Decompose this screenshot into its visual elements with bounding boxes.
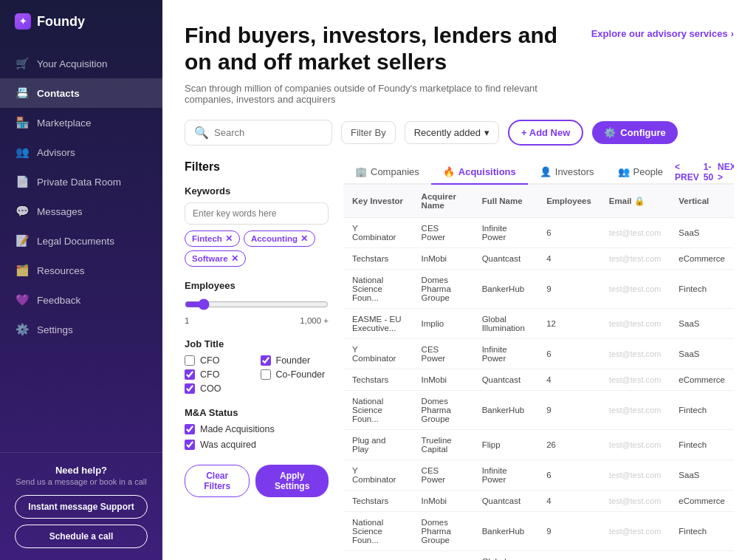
cell-employees: 9 (537, 391, 600, 430)
cell-key-investor: National Science Foun... (343, 512, 413, 551)
table-area: 🏢 Companies 🔥 Acquisitions 👤 Investors 👥… (343, 160, 734, 560)
sidebar-item-settings[interactable]: ⚙️ Settings (0, 315, 162, 344)
chevron-down-icon: ▾ (484, 127, 489, 138)
cell-employees: 47 (537, 551, 600, 561)
was-acquired-option[interactable]: Was acquired (185, 440, 329, 450)
instant-message-button[interactable]: Instant message Support (15, 495, 148, 519)
made-acquisitions-checkbox[interactable] (185, 424, 195, 434)
cell-acquirer-name: Implio (413, 309, 473, 339)
table-row[interactable]: Intel Capital OpenFi Global Illumination… (343, 551, 734, 561)
advisory-link[interactable]: Explore our advisory services › (591, 28, 734, 39)
cell-key-investor: National Science Foun... (343, 270, 413, 309)
table-row[interactable]: Y Combinator CES Power Infinite Power 6 … (343, 218, 734, 248)
table-row[interactable]: Techstars InMobi Quantcast 4 test@test.c… (343, 491, 734, 512)
tab-investors[interactable]: 👤 Investors (528, 160, 606, 185)
schedule-call-button[interactable]: Schedule a call (15, 525, 148, 548)
prev-page-button[interactable]: < PREV (675, 162, 699, 182)
table-row[interactable]: Techstars InMobi Quantcast 4 test@test.c… (343, 248, 734, 270)
sidebar-item-contacts[interactable]: 📇 Contacts (0, 78, 162, 108)
need-help-title: Need help? (15, 465, 148, 476)
table-header-row: Key Investor Acquirer Name Full Name Emp… (343, 185, 734, 218)
cell-vertical: Fintech (670, 270, 734, 309)
cell-key-investor: EASME - EU Executive... (343, 309, 413, 339)
keyword-input[interactable] (185, 202, 329, 225)
logo: ✦ Foundy (0, 0, 162, 43)
apply-settings-button[interactable]: Apply Settings (255, 465, 329, 497)
tab-acquisitions[interactable]: 🔥 Acquisitions (431, 160, 528, 185)
search-box[interactable]: 🔍 (185, 120, 332, 146)
sidebar-item-messages[interactable]: 💬 Messages (0, 197, 162, 226)
slider-max: 1,000 + (300, 316, 329, 325)
search-input[interactable] (214, 127, 323, 138)
filter-by-button[interactable]: Filter By (341, 121, 396, 144)
sidebar-item-your-acquisition[interactable]: 🛒 Your Acquisition (0, 49, 162, 78)
cell-vertical: SaaS (670, 339, 734, 369)
sidebar-item-label: Contacts (37, 88, 80, 99)
job-title-section: Job Title CFO Founder CFO (185, 338, 329, 394)
cell-acquirer-name: CES Power (413, 460, 473, 491)
add-new-button[interactable]: + Add New (508, 120, 583, 146)
table-row[interactable]: National Science Foun... Domes Pharma Gr… (343, 391, 734, 430)
employees-slider[interactable] (185, 298, 329, 310)
remove-software-tag[interactable]: ✕ (231, 253, 238, 264)
was-acquired-checkbox[interactable] (185, 440, 195, 450)
table-row[interactable]: Y Combinator CES Power Infinite Power 6 … (343, 339, 734, 369)
configure-button[interactable]: ⚙️ Configure (592, 121, 677, 144)
job-title-founder[interactable]: Founder (261, 355, 329, 366)
ma-status-label: M&A Status (185, 407, 329, 418)
table-row[interactable]: Y Combinator CES Power Infinite Power 6 … (343, 460, 734, 491)
cell-vertical: eCommerce (670, 369, 734, 391)
cfo2-checkbox[interactable] (185, 369, 195, 380)
slider-range-labels: 1 1,000 + (185, 316, 329, 325)
tab-people-label: People (633, 166, 663, 177)
job-title-coo[interactable]: COO (185, 383, 253, 394)
cell-email: test@test.com (600, 491, 670, 512)
tab-companies[interactable]: 🏢 Companies (343, 160, 431, 185)
table-row[interactable]: National Science Foun... Domes Pharma Gr… (343, 270, 734, 309)
filters-panel: Filters Keywords Fintech ✕ Accounting ✕ … (185, 160, 329, 560)
job-title-options: CFO Founder CFO Co-Founder (185, 355, 329, 394)
acquisitions-tab-icon: 🔥 (443, 166, 455, 177)
cfo1-checkbox[interactable] (185, 355, 195, 366)
next-page-button[interactable]: NEXT > (718, 162, 734, 182)
keywords-section: Keywords Fintech ✕ Accounting ✕ Software… (185, 185, 329, 267)
coo-checkbox[interactable] (185, 383, 195, 394)
made-acquisitions-option[interactable]: Made Acquisitions (185, 424, 329, 434)
recently-added-label: Recently added (414, 127, 481, 138)
tab-people[interactable]: 👥 People (606, 160, 675, 185)
sidebar: ✦ Foundy 🛒 Your Acquisition 📇 Contacts 🏪… (0, 0, 162, 560)
recently-added-button[interactable]: Recently added ▾ (405, 121, 499, 144)
cofounder-checkbox[interactable] (261, 369, 271, 380)
cell-email: test@test.com (600, 369, 670, 391)
sidebar-item-legal-documents[interactable]: 📝 Legal Documents (0, 226, 162, 256)
job-title-cfo1[interactable]: CFO (185, 355, 253, 366)
sidebar-nav: 🛒 Your Acquisition 📇 Contacts 🏪 Marketpl… (0, 43, 162, 452)
remove-fintech-tag[interactable]: ✕ (225, 233, 233, 244)
clear-filters-button[interactable]: Clear Filters (185, 465, 250, 497)
table-row[interactable]: National Science Foun... Domes Pharma Gr… (343, 512, 734, 551)
messages-icon: 💬 (15, 205, 30, 218)
cell-full-name: Infinite Power (473, 218, 537, 248)
col-employees: Employees (537, 185, 600, 218)
job-title-cofounder[interactable]: Co-Founder (261, 369, 329, 380)
configure-label: Configure (620, 127, 665, 138)
sidebar-item-marketplace[interactable]: 🏪 Marketplace (0, 108, 162, 137)
sidebar-item-private-data-room[interactable]: 📄 Private Data Room (0, 167, 162, 197)
sidebar-item-feedback[interactable]: 💜 Feedback (0, 285, 162, 315)
cell-full-name: Infinite Power (473, 339, 537, 369)
sidebar-item-advisors[interactable]: 👥 Advisors (0, 137, 162, 167)
remove-accounting-tag[interactable]: ✕ (300, 233, 308, 244)
col-full-name: Full Name (473, 185, 537, 218)
sidebar-item-resources[interactable]: 🗂️ Resources (0, 256, 162, 285)
table-row[interactable]: Techstars InMobi Quantcast 4 test@test.c… (343, 369, 734, 391)
sidebar-item-label: Settings (37, 324, 73, 335)
cell-full-name: Global Illumination (473, 309, 537, 339)
people-tab-icon: 👥 (618, 166, 630, 177)
sidebar-item-label: Private Data Room (37, 177, 121, 188)
founder-checkbox[interactable] (261, 355, 271, 366)
tab-acquisitions-label: Acquisitions (458, 166, 516, 177)
cell-employees: 4 (537, 369, 600, 391)
table-row[interactable]: Plug and Play Trueline Capital Flipp 26 … (343, 430, 734, 460)
table-row[interactable]: EASME - EU Executive... Implio Global Il… (343, 309, 734, 339)
job-title-cfo2[interactable]: CFO (185, 369, 253, 380)
